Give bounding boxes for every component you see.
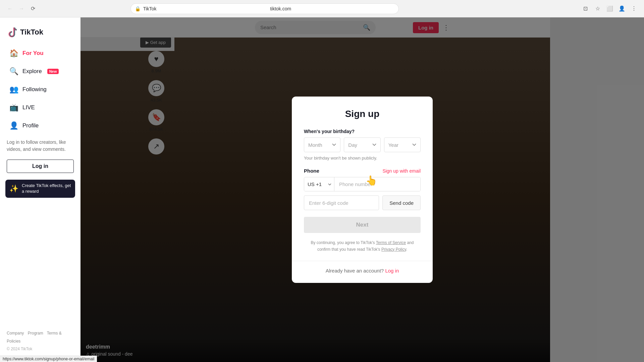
status-url: https://www.tiktok.com/signup/phone-or-e…: [3, 357, 94, 361]
signup-modal: Sign up When's your birthday? Month Day …: [292, 97, 433, 283]
month-select[interactable]: Month: [304, 137, 340, 152]
home-icon: 🏠: [9, 49, 18, 58]
modal-already: Already have an account? Log in: [304, 268, 421, 274]
address-bar-favicon: TikTok: [143, 6, 268, 11]
modal-terms: By continuing, you agree to TikTok's Ter…: [304, 240, 421, 252]
new-badge: New: [47, 69, 59, 74]
reload-button[interactable]: ⟳: [28, 4, 38, 13]
footer-copyright: © 2024 TikTok: [7, 347, 74, 351]
birthday-row: Month Day Year: [304, 137, 421, 152]
sidebar-login-button[interactable]: Log in: [7, 160, 74, 173]
day-select[interactable]: Day: [344, 137, 380, 152]
code-row: Send code: [304, 195, 421, 210]
next-button[interactable]: Next: [304, 217, 421, 233]
bookmark-star-icon[interactable]: ☆: [593, 4, 602, 13]
more-icon[interactable]: ⋮: [629, 4, 639, 13]
browser-chrome: ← → ⟳ 🔒 TikTok tiktok.com ⊡ ☆ ⬜ 👤 ⋮: [0, 0, 644, 17]
sidebar-item-for-you[interactable]: 🏠 For You: [3, 45, 78, 62]
sidebar-footer: Company Program Terms & Policies © 2024 …: [0, 324, 80, 357]
footer-link-company[interactable]: Company: [7, 331, 24, 336]
extensions-icon[interactable]: ⬜: [605, 4, 614, 13]
create-effects-text: Create TikTok effects, get a reward: [22, 183, 71, 194]
create-effects-banner[interactable]: ✨ Create TikTok effects, get a reward: [5, 180, 75, 198]
forward-button[interactable]: →: [17, 4, 26, 13]
verification-code-input[interactable]: [304, 195, 379, 210]
cast-icon[interactable]: ⊡: [581, 4, 590, 13]
phone-number-input[interactable]: [334, 177, 420, 191]
lock-icon: 🔒: [135, 6, 141, 11]
tiktok-logo-icon: [7, 27, 17, 38]
back-button[interactable]: ←: [5, 4, 15, 13]
phone-row: Phone Sign up with email: [304, 168, 421, 174]
address-bar-url: tiktok.com: [270, 6, 394, 11]
birthday-section-label: When's your birthday?: [304, 129, 421, 134]
sidebar-item-profile[interactable]: 👤 Profile: [3, 117, 78, 134]
terms-of-service-link[interactable]: Terms of Service: [376, 240, 406, 245]
sidebar-item-explore[interactable]: 🔍 Explore New: [3, 63, 78, 80]
profile-icon[interactable]: 👤: [617, 4, 627, 13]
effects-icon: ✨: [9, 184, 18, 193]
already-account-text: Already have an account?: [326, 268, 384, 274]
terms-text: By continuing, you agree to TikTok's: [311, 240, 375, 245]
phone-label: Phone: [304, 168, 319, 174]
footer-link-program[interactable]: Program: [28, 331, 43, 336]
address-bar[interactable]: 🔒 TikTok tiktok.com: [130, 3, 399, 14]
sidebar: TikTok 🏠 For You 🔍 Explore New 👥 Followi…: [0, 17, 80, 362]
sidebar-login-text: Log in to follow creators, like videos, …: [0, 135, 80, 157]
sidebar-label-live: LIVE: [22, 104, 35, 111]
status-bar: https://www.tiktok.com/signup/phone-or-e…: [0, 356, 97, 362]
modal-login-link[interactable]: Log in: [385, 268, 399, 274]
page: TikTok 🏠 For You 🔍 Explore New 👥 Followi…: [0, 17, 644, 362]
privacy-policy-link[interactable]: Privacy Policy: [381, 247, 406, 252]
sidebar-label-for-you: For You: [22, 50, 44, 57]
footer-links: Company Program Terms & Policies: [7, 329, 74, 345]
terms-confirm: confirm that you have read TikTok's: [317, 247, 380, 252]
birthday-note: Your birthday won't be shown publicly.: [304, 156, 421, 161]
profile-nav-icon: 👤: [9, 121, 18, 130]
browser-right-icons: ⊡ ☆ ⬜ 👤 ⋮: [581, 4, 639, 13]
logo-text: TikTok: [20, 28, 43, 37]
main-content: 🔍 Log in ⋮ deetrimm ♫ original sound - d…: [80, 17, 644, 362]
sidebar-item-live[interactable]: 📺 LIVE: [3, 99, 78, 116]
sidebar-label-explore: Explore: [22, 68, 42, 75]
logo[interactable]: TikTok: [0, 23, 80, 44]
modal-overlay: Sign up When's your birthday? Month Day …: [80, 17, 644, 362]
sidebar-item-following[interactable]: 👥 Following: [3, 81, 78, 98]
sidebar-label-profile: Profile: [22, 122, 39, 129]
terms-and: and: [407, 240, 414, 245]
sidebar-label-following: Following: [22, 86, 47, 93]
explore-icon: 🔍: [9, 67, 18, 76]
country-code-select[interactable]: US +1: [304, 177, 334, 191]
modal-title: Sign up: [304, 109, 421, 119]
live-icon: 📺: [9, 103, 18, 112]
following-icon: 👥: [9, 85, 18, 94]
nav-buttons: ← → ⟳: [5, 4, 38, 13]
phone-input-row: US +1: [304, 177, 421, 191]
year-select[interactable]: Year: [384, 137, 421, 152]
send-code-button[interactable]: Send code: [382, 195, 421, 210]
signup-email-link[interactable]: Sign up with email: [382, 168, 421, 174]
modal-divider: [292, 261, 433, 261]
